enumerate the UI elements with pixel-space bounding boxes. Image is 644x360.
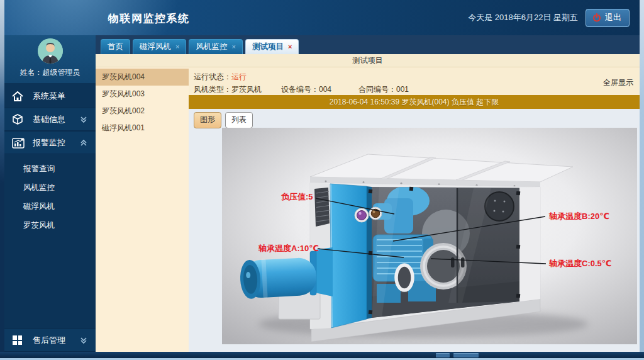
sidebar-subitem-maglev-fan[interactable]: 磁浮风机 bbox=[4, 197, 96, 216]
chevron-down-icon bbox=[79, 115, 88, 124]
tab-fan-monitor[interactable]: 风机监控 × bbox=[189, 39, 242, 54]
grid-icon bbox=[12, 335, 26, 346]
panel-title: 测试项目 bbox=[96, 54, 640, 67]
annotation-negative-pressure: 负压值:5 bbox=[281, 193, 313, 201]
device-number: 设备编号：004 bbox=[281, 84, 331, 95]
bottom-bar-item bbox=[453, 353, 479, 357]
tab-bar: 首页 磁浮风机 × 风机监控 × 测试项目 × bbox=[96, 35, 640, 54]
device-list: 罗茨风机004 罗茨风机003 罗茨风机002 磁浮风机001 bbox=[96, 67, 189, 352]
sidebar-subitem-fan-monitor[interactable]: 风机监控 bbox=[4, 178, 96, 197]
device-list-item[interactable]: 罗茨风机003 bbox=[96, 86, 189, 103]
alarm-banner: 2018-06-04 16:50:39 罗茨风机(004) 负压值 超下限 bbox=[189, 95, 640, 109]
tab-label: 风机监控 bbox=[196, 42, 227, 52]
date-text: 今天是 2018年6月22日 星期五 bbox=[468, 12, 578, 23]
sidebar-item-aftersales[interactable]: 售后管理 bbox=[4, 329, 96, 352]
sidebar-item-label: 售后管理 bbox=[33, 335, 65, 346]
tab-test-project[interactable]: 测试项目 × bbox=[245, 39, 299, 54]
sidebar-item-label: 报警监控 bbox=[33, 137, 65, 149]
test-project-panel: 测试项目 罗茨风机004 罗茨风机003 罗茨风机002 磁浮风机001 运行状… bbox=[96, 54, 640, 352]
panel-body: 罗茨风机004 罗茨风机003 罗茨风机002 磁浮风机001 运行状态：运行 … bbox=[96, 67, 640, 352]
run-state: 运行状态：运行 bbox=[194, 72, 247, 82]
visualization-area: 图形 列表 bbox=[189, 109, 640, 352]
tab-close-icon[interactable]: × bbox=[231, 43, 235, 50]
machine-render bbox=[222, 128, 637, 344]
tab-label: 磁浮风机 bbox=[140, 42, 171, 52]
sidebar-subitem-alarm-query[interactable]: 报警查询 bbox=[4, 159, 96, 178]
tab-maglev-fan[interactable]: 磁浮风机 × bbox=[133, 39, 186, 54]
tab-home[interactable]: 首页 bbox=[101, 39, 130, 54]
view-toolbar: 图形 列表 bbox=[194, 112, 253, 128]
sidebar: 姓名：超级管理员 系统菜单 bbox=[4, 35, 96, 352]
annotation-bearing-temp-a: 轴承温度A:10℃ bbox=[258, 244, 319, 252]
sidebar-menu: 系统菜单 基础信息 bbox=[4, 83, 96, 352]
app-window: 物联网监控系统 今天是 2018年6月22日 星期五 退出 bbox=[0, 0, 644, 360]
bottom-bar-item bbox=[436, 353, 450, 357]
user-profile: 姓名：超级管理员 bbox=[4, 35, 96, 83]
home-icon bbox=[12, 91, 26, 101]
power-icon bbox=[592, 13, 601, 22]
annotation-bearing-temp-b: 轴承温度B:20℃ bbox=[549, 212, 609, 220]
sidebar-subitem-roots-fan[interactable]: 罗茨风机 bbox=[4, 216, 96, 235]
run-state-label: 运行状态： bbox=[194, 72, 231, 81]
sidebar-item-label: 基础信息 bbox=[33, 114, 65, 125]
bottom-bar bbox=[0, 352, 644, 360]
device-detail-area: 运行状态：运行 全屏显示 风机类型：罗茨风机 设备编号：004 合同编号：001… bbox=[189, 67, 640, 352]
sidebar-item-basic-info[interactable]: 基础信息 bbox=[4, 108, 96, 131]
avatar bbox=[38, 38, 63, 64]
window-frame-right bbox=[640, 0, 644, 352]
cube-icon bbox=[12, 114, 26, 125]
user-name: 姓名：超级管理员 bbox=[4, 67, 96, 78]
sidebar-spacer bbox=[4, 235, 96, 329]
header-right: 今天是 2018年6月22日 星期五 退出 bbox=[468, 0, 630, 35]
chart-icon bbox=[12, 137, 26, 149]
tab-close-icon[interactable]: × bbox=[175, 43, 179, 50]
fan-type: 风机类型：罗茨风机 bbox=[194, 84, 262, 95]
device-list-item[interactable]: 罗茨风机004 bbox=[96, 69, 189, 86]
window-frame-left bbox=[0, 0, 4, 352]
device-list-item[interactable]: 磁浮风机001 bbox=[96, 120, 189, 137]
contract-number: 合同编号：001 bbox=[358, 84, 409, 95]
sidebar-item-label: 系统菜单 bbox=[33, 91, 65, 102]
alarm-submenu: 报警查询 风机监控 磁浮风机 罗茨风机 bbox=[4, 154, 96, 235]
machine-illustration: 负压值:5 轴承温度A:10℃ 轴承温度B:20℃ 轴承温度C:0.5℃ bbox=[222, 128, 637, 344]
list-view-button[interactable]: 列表 bbox=[225, 112, 253, 128]
annotation-bearing-temp-c: 轴承温度C:0.5℃ bbox=[549, 259, 612, 267]
chevron-down-icon bbox=[79, 336, 88, 345]
tab-label: 测试项目 bbox=[252, 42, 284, 52]
header: 物联网监控系统 今天是 2018年6月22日 星期五 退出 bbox=[4, 0, 640, 35]
device-list-item[interactable]: 罗茨风机002 bbox=[96, 103, 189, 120]
logout-label: 退出 bbox=[605, 12, 621, 23]
sidebar-item-system-menu[interactable]: 系统菜单 bbox=[4, 84, 96, 108]
chevron-up-icon bbox=[79, 138, 88, 147]
fullscreen-link[interactable]: 全屏显示 bbox=[603, 77, 633, 88]
page-title: 物联网监控系统 bbox=[108, 11, 190, 26]
main-content: 首页 磁浮风机 × 风机监控 × 测试项目 × 测试项目 罗茨风机004 罗茨风… bbox=[96, 35, 640, 352]
run-state-value: 运行 bbox=[231, 72, 247, 81]
logout-button[interactable]: 退出 bbox=[586, 9, 630, 27]
sidebar-item-alarm-monitor[interactable]: 报警监控 bbox=[4, 131, 96, 154]
tab-close-icon[interactable]: × bbox=[288, 43, 292, 50]
tab-label: 首页 bbox=[108, 42, 123, 52]
device-info-rows: 运行状态：运行 全屏显示 风机类型：罗茨风机 设备编号：004 合同编号：001 bbox=[189, 67, 640, 95]
graph-view-button[interactable]: 图形 bbox=[194, 112, 221, 128]
